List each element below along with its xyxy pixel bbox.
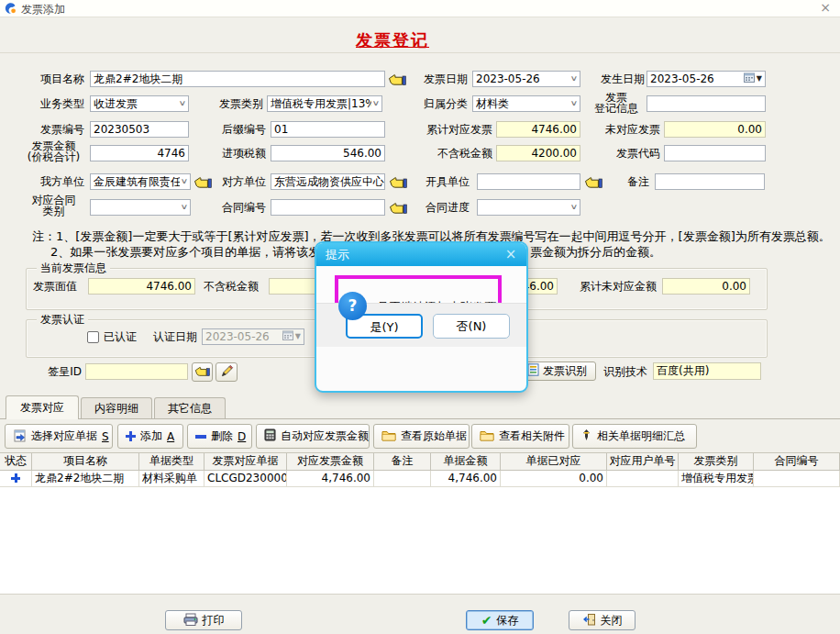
delete-button[interactable]: 删除D <box>187 424 252 449</box>
belong-class-combo[interactable]: 材料类 ∨ <box>472 95 580 112</box>
remark-field[interactable] <box>655 173 765 190</box>
col-doc-amount[interactable]: 单据金额 <box>431 453 501 470</box>
invoice-recognize-button[interactable]: 发票识别 <box>518 361 596 381</box>
invoice-no-field[interactable]: 20230503 <box>90 121 189 138</box>
invoice-add-window: 发票添加 × 发票登记 项目名称 龙鼎2#2地块二期 发票日期 2023-05-… <box>0 0 840 634</box>
project-name-field[interactable]: 龙鼎2#2地块二期 <box>90 71 385 87</box>
row-contract-no-cell <box>754 471 840 486</box>
table-row[interactable]: 龙鼎2#2地块二期 材料采购单 CLCGD230000039 4,746.00 … <box>0 471 840 487</box>
contract-class-label: 对应合同 类别 <box>23 195 84 217</box>
invoice-amount-label: 发票金额 (价税合计) <box>23 140 84 162</box>
input-tax-label: 进项税额 <box>209 145 266 161</box>
tab-invoice-matching[interactable]: 发票对应 <box>6 395 79 419</box>
page-title: 发票登记 <box>347 29 438 51</box>
sign-id-lookup-button[interactable] <box>192 362 213 382</box>
total-matched-field: 4746.00 <box>496 121 580 138</box>
our-unit-value: 金辰建筑有限责任 <box>94 174 180 189</box>
calendar-icon <box>744 72 755 86</box>
print-label: 打印 <box>203 613 225 628</box>
invoice-date-label: 发票日期 <box>411 71 468 87</box>
invoice-class-combo[interactable]: 增值税专用发票|13% ∨ <box>267 95 382 112</box>
our-unit-combo[interactable]: 金辰建筑有限责任 ∨ <box>90 173 191 190</box>
contract-no-field[interactable] <box>271 199 385 216</box>
other-unit-field[interactable]: 东营远成物资供应中心 <box>271 173 385 190</box>
face-value-label: 发票面值 <box>29 278 77 295</box>
auto-match-button[interactable]: 自动对应发票金额 <box>256 424 370 449</box>
contract-progress-combo[interactable]: ∨ <box>477 199 580 216</box>
tab-content-detail[interactable]: 内容明细 <box>81 397 152 418</box>
bottom-bar: 打印 ✔ 保存 关闭 <box>0 594 840 634</box>
biz-type-combo[interactable]: 收进发票 ∨ <box>90 95 189 112</box>
col-matched-amount[interactable]: 对应发票金额 <box>287 453 374 470</box>
chevron-down-icon: ∨ <box>570 96 579 111</box>
row-user-doc-no-cell <box>607 471 679 486</box>
invoice-recognize-label: 发票识别 <box>543 363 587 379</box>
add-button[interactable]: 添加A <box>117 424 183 449</box>
check-icon: ✔ <box>481 613 492 628</box>
reg-info-field[interactable] <box>647 95 766 112</box>
invoice-code-field[interactable] <box>664 145 766 161</box>
reg-info-label-line2: 登记信息 <box>588 103 645 114</box>
row-matched-amount-cell: 4,746.00 <box>287 471 374 486</box>
recognize-tech-field: 百度(共用) <box>653 362 761 380</box>
scan-document-icon <box>527 363 539 379</box>
belong-class-value: 材料类 <box>476 96 509 111</box>
hand-pointer-icon[interactable] <box>389 201 407 215</box>
tab-other-info[interactable]: 其它信息 <box>154 397 226 418</box>
col-remark[interactable]: 备注 <box>374 453 431 470</box>
dropdown-arrow-icon: ▼ <box>295 329 301 344</box>
col-project[interactable]: 项目名称 <box>32 453 139 470</box>
contract-class-combo[interactable]: ∨ <box>90 199 191 216</box>
question-icon: ? <box>338 292 367 320</box>
row-remark-cell <box>374 471 431 486</box>
col-doc-no[interactable]: 发票对应单据 <box>204 453 287 470</box>
col-invoice-class[interactable]: 发票类别 <box>679 453 754 470</box>
row-invoice-class-cell: 增值税专用发票 <box>679 471 754 486</box>
input-tax-field[interactable]: 546.00 <box>271 145 385 161</box>
invoice-date-combo[interactable]: 2023-05-26 ∨ <box>472 71 580 87</box>
sign-id-field[interactable] <box>85 363 188 380</box>
dialog-no-button[interactable]: 否(N) <box>433 314 510 339</box>
close-label: 关闭 <box>601 613 623 628</box>
col-doc-type[interactable]: 单据类型 <box>139 453 204 470</box>
biz-type-value: 收进发票 <box>94 96 138 111</box>
total-matched-label: 累计对应发票 <box>401 121 492 138</box>
notepad-icon <box>13 428 27 445</box>
title-bar: 发票添加 × <box>0 0 840 17</box>
hand-pointer-icon[interactable] <box>388 72 406 86</box>
col-status[interactable]: 状态 <box>0 453 32 470</box>
certified-checkbox[interactable] <box>87 331 99 343</box>
add-hotkey: A <box>167 430 174 443</box>
col-user-doc-no[interactable]: 对应用户单号 <box>607 453 679 470</box>
hand-pointer-icon[interactable] <box>389 175 407 189</box>
minus-icon <box>195 435 206 439</box>
sign-id-edit-button[interactable] <box>216 362 238 382</box>
invoice-amount-field[interactable]: 4746 <box>90 145 189 161</box>
issue-unit-field[interactable] <box>477 173 580 190</box>
select-doc-button[interactable]: 选择对应单据S <box>5 424 113 449</box>
window-title: 发票添加 <box>21 2 65 17</box>
view-attachments-button[interactable]: 查看相关附件 <box>471 424 569 449</box>
project-name-label: 项目名称 <box>28 71 84 87</box>
cert-date-picker: 2023-05-26 ▼ <box>202 328 304 345</box>
biz-type-label: 业务类型 <box>28 95 84 112</box>
summary-pin-icon <box>580 428 592 444</box>
save-button[interactable]: ✔ 保存 <box>466 610 534 630</box>
occur-date-picker[interactable]: 2023-05-26 ▼ <box>647 71 766 87</box>
dialog-close-icon[interactable]: × <box>503 243 518 266</box>
recognize-tech-label: 识别技术 <box>602 363 647 380</box>
print-button[interactable]: 打印 <box>165 610 242 630</box>
window-close-icon[interactable]: × <box>818 0 833 15</box>
select-doc-label: 选择对应单据 <box>31 428 97 444</box>
delete-label: 删除 <box>211 428 233 444</box>
view-original-button[interactable]: 查看原始单据 <box>373 424 470 449</box>
chevron-down-icon: ∨ <box>372 96 381 111</box>
hand-pointer-icon[interactable] <box>584 175 602 189</box>
col-contract-no[interactable]: 合同编号 <box>754 453 840 470</box>
close-button[interactable]: 关闭 <box>569 610 636 630</box>
tab-pane-divider <box>0 418 840 419</box>
col-doc-matched[interactable]: 单据已对应 <box>501 453 607 470</box>
detail-summary-button[interactable]: 相关单据明细汇总 <box>572 424 697 449</box>
suffix-no-field[interactable]: 01 <box>271 121 385 138</box>
row-doc-amount-cell: 4,746.00 <box>431 471 501 486</box>
